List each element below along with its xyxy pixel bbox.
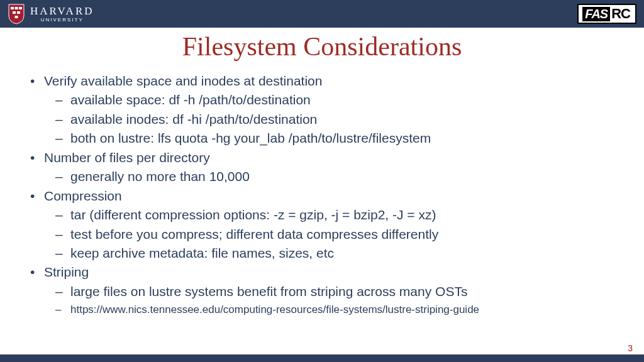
sub-test: test before you compress; different data… [52, 225, 618, 244]
harvard-main-label: HARVARD [30, 6, 94, 16]
svg-rect-4 [17, 11, 20, 14]
sub-10000: generally no more than 10,000 [52, 167, 618, 186]
sub-inodes: available inodes: df -hi /path/to/destin… [52, 110, 618, 129]
sub-large-files: large files on lustre systems benefit fr… [52, 282, 618, 301]
bullet-striping: Striping large files on lustre systems b… [26, 263, 618, 318]
bullet-compression: Compression tar (different compression o… [26, 187, 618, 263]
svg-rect-2 [19, 7, 22, 9]
bullet-compression-text: Compression [44, 189, 122, 203]
harvard-logo: HARVARD UNIVERSITY [8, 3, 94, 25]
sub-space: available space: df -h /path/to/destinat… [52, 90, 618, 109]
harvard-shield-icon [8, 3, 25, 25]
bullet-files-text: Number of files per directory [44, 150, 210, 165]
fasrc-rc-label: RC [610, 6, 631, 22]
bullet-verify-text: Verify available space and inodes at des… [44, 74, 322, 88]
bullet-verify: Verify available space and inodes at des… [26, 72, 618, 148]
fasrc-logo: FAS RC [577, 4, 636, 24]
svg-rect-0 [11, 7, 14, 9]
page-number: 3 [628, 343, 633, 353]
sub-metadata: keep archive metadata: file names, sizes… [52, 244, 618, 263]
svg-rect-5 [15, 16, 18, 18]
harvard-text: HARVARD UNIVERSITY [30, 6, 94, 23]
sub-lustre: both on lustre: lfs quota -hg your_lab /… [52, 129, 618, 148]
svg-rect-3 [13, 11, 16, 14]
sub-tar: tar (different compression options: -z =… [52, 206, 618, 224]
svg-rect-1 [15, 7, 18, 9]
harvard-sub-label: UNIVERSITY [30, 18, 94, 23]
slide-content: Verify available space and inodes at des… [0, 72, 644, 318]
bullet-striping-text: Striping [44, 265, 89, 279]
header-bar: HARVARD UNIVERSITY FAS RC [0, 0, 644, 28]
sub-url: https://www.nics.tennessee.edu/computing… [52, 301, 618, 318]
fasrc-fas-label: FAS [582, 7, 610, 21]
bullet-files: Number of files per directory generally … [26, 148, 618, 187]
footer-bar [0, 354, 644, 362]
slide-title: Filesystem Considerations [0, 31, 644, 62]
